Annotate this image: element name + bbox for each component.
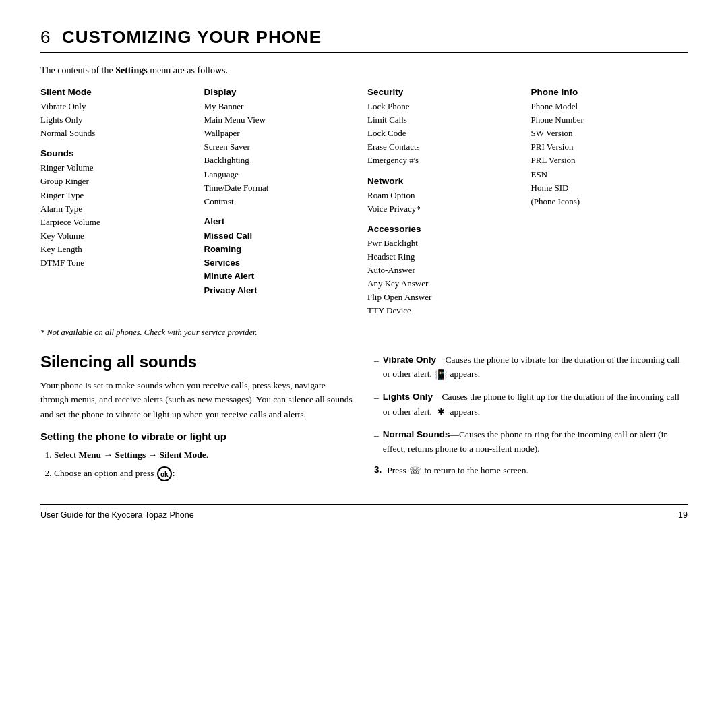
item-key-length: Key Length xyxy=(40,243,198,256)
vibrate-term: Vibrate Only xyxy=(383,355,436,365)
silencing-title: Silencing all sounds xyxy=(40,353,354,371)
col-heading-alert: Alert xyxy=(204,215,361,229)
item-roaming: Roaming xyxy=(204,243,361,256)
item-wallpaper: Wallpaper xyxy=(204,127,361,140)
item-normal-sounds: Normal Sounds xyxy=(40,127,198,140)
footnote: * Not available on all phones. Check wit… xyxy=(40,328,688,338)
item-roam-option: Roam Option xyxy=(367,189,524,202)
lights-icon: ✱ xyxy=(434,406,448,419)
silencing-right: – Vibrate Only—Causes the phone to vibra… xyxy=(374,353,688,485)
item-services: Services xyxy=(204,256,361,270)
item-earpiece-volume: Earpiece Volume xyxy=(40,216,198,229)
chapter-title: 6 Customizing Your Phone xyxy=(40,27,688,48)
item-prl-version: PRL Version xyxy=(531,154,688,167)
col-heading-display: Display xyxy=(204,86,361,100)
item-esn: ESN xyxy=(531,168,688,181)
item-emergency-numbers: Emergency #'s xyxy=(367,154,524,167)
footer-left: User Guide for the Kyocera Topaz Phone xyxy=(40,510,194,520)
title-divider xyxy=(40,52,688,53)
item-backlighting: Backlighting xyxy=(204,154,361,167)
item-lock-phone: Lock Phone xyxy=(367,100,524,113)
step1-menu: Menu xyxy=(78,450,101,460)
item-contrast: Contrast xyxy=(204,195,361,208)
item-flip-open-answer: Flip Open Answer xyxy=(367,291,524,304)
col-heading-security: Security xyxy=(367,86,524,100)
item-vibrate-only: Vibrate Only xyxy=(40,100,198,113)
chapter-name: Customizing Your Phone xyxy=(62,27,322,47)
item-dtmf-tone: DTMF Tone xyxy=(40,256,198,270)
item-any-key-answer: Any Key Answer xyxy=(367,277,524,291)
step1-silent-mode: Silent Mode xyxy=(159,450,206,460)
settings-col-3: Security Lock Phone Limit Calls Lock Cod… xyxy=(367,86,524,318)
page-footer: User Guide for the Kyocera Topaz Phone 1… xyxy=(40,504,688,520)
item-group-ringer: Group Ringer xyxy=(40,175,198,188)
item-sw-version: SW Version xyxy=(531,127,688,140)
bullet-lights-only: – Lights Only—Causes the phone to light … xyxy=(374,390,688,419)
item-auto-answer: Auto-Answer xyxy=(367,264,524,277)
steps-list: Select Menu → Settings → Silent Mode. Ch… xyxy=(40,448,354,481)
col-heading-silent-mode: Silent Mode xyxy=(40,86,198,100)
item-phone-model: Phone Model xyxy=(531,100,688,113)
intro-paragraph: The contents of the Settings menu are as… xyxy=(40,65,688,76)
item-language: Language xyxy=(204,168,361,181)
step1-settings: Settings xyxy=(115,450,146,460)
chapter-number: 6 xyxy=(40,27,51,47)
item-time-date-format: Time/Date Format xyxy=(204,181,361,195)
footer-page-number: 19 xyxy=(678,510,688,520)
item-tty-device: TTY Device xyxy=(367,304,524,317)
normal-sounds-term: Normal Sounds xyxy=(383,429,450,439)
step-3: 3. Press ☏ to return to the home screen. xyxy=(374,464,688,478)
item-lights-only: Lights Only xyxy=(40,113,198,127)
vibrate-icon: 📳 xyxy=(434,368,448,382)
step-2: Choose an option and press ok: xyxy=(54,466,354,481)
item-pwr-backlight: Pwr Backlight xyxy=(367,237,524,250)
settings-menu-grid: Silent Mode Vibrate Only Lights Only Nor… xyxy=(40,86,688,318)
item-privacy-alert: Privacy Alert xyxy=(204,284,361,297)
item-alarm-type: Alarm Type xyxy=(40,202,198,216)
item-erase-contacts: Erase Contacts xyxy=(367,140,524,154)
settings-col-4: Phone Info Phone Model Phone Number SW V… xyxy=(531,86,688,318)
item-my-banner: My Banner xyxy=(204,100,361,113)
item-ringer-type: Ringer Type xyxy=(40,189,198,202)
col-heading-sounds: Sounds xyxy=(40,147,198,161)
silencing-left: Silencing all sounds Your phone is set t… xyxy=(40,353,354,485)
silencing-body: Your phone is set to make sounds when yo… xyxy=(40,378,354,422)
item-voice-privacy: Voice Privacy* xyxy=(367,202,524,216)
item-pri-version: PRI Version xyxy=(531,140,688,154)
dash-icon: – xyxy=(374,390,379,405)
lights-term: Lights Only xyxy=(383,392,433,402)
subsection-title: Setting the phone to vibrate or light up xyxy=(40,431,354,442)
settings-col-1: Silent Mode Vibrate Only Lights Only Nor… xyxy=(40,86,198,318)
item-home-sid: Home SID xyxy=(531,181,688,195)
options-list: – Vibrate Only—Causes the phone to vibra… xyxy=(374,353,688,456)
item-screen-saver: Screen Saver xyxy=(204,140,361,154)
ok-button-icon: ok xyxy=(157,466,172,481)
item-minute-alert: Minute Alert xyxy=(204,270,361,283)
home-screen-icon: ☏ xyxy=(408,464,422,478)
silencing-section: Silencing all sounds Your phone is set t… xyxy=(40,353,688,485)
item-headset-ring: Headset Ring xyxy=(367,250,524,264)
item-phone-icons: (Phone Icons) xyxy=(531,195,688,208)
dash-icon: – xyxy=(374,353,379,368)
item-missed-call: Missed Call xyxy=(204,229,361,243)
step3-number: 3. xyxy=(374,464,382,475)
item-key-volume: Key Volume xyxy=(40,229,198,243)
item-phone-number: Phone Number xyxy=(531,113,688,127)
col-heading-phone-info: Phone Info xyxy=(531,86,688,100)
item-limit-calls: Limit Calls xyxy=(367,113,524,127)
dash-icon: – xyxy=(374,428,379,443)
col-heading-accessories: Accessories xyxy=(367,222,524,237)
item-lock-code: Lock Code xyxy=(367,127,524,140)
item-ringer-volume: Ringer Volume xyxy=(40,161,198,175)
settings-col-2: Display My Banner Main Menu View Wallpap… xyxy=(204,86,361,318)
item-main-menu-view: Main Menu View xyxy=(204,113,361,127)
bullet-vibrate-only: – Vibrate Only—Causes the phone to vibra… xyxy=(374,353,688,382)
step-1: Select Menu → Settings → Silent Mode. xyxy=(54,448,354,463)
bullet-normal-sounds: – Normal Sounds—Causes the phone to ring… xyxy=(374,427,688,456)
col-heading-network: Network xyxy=(367,175,524,189)
